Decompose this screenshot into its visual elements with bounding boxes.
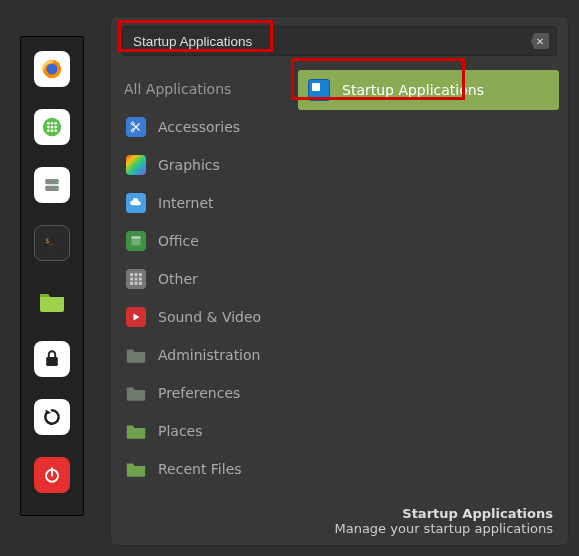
- svg-point-9: [47, 129, 50, 132]
- category-administration[interactable]: Administration: [120, 336, 280, 374]
- result-label: Startup Applications: [342, 82, 484, 98]
- category-all-applications[interactable]: All Applications: [120, 70, 280, 108]
- cloud-icon: [126, 193, 146, 213]
- category-label: Graphics: [158, 157, 220, 173]
- category-label: Internet: [158, 195, 214, 211]
- restart-icon[interactable]: [34, 399, 70, 435]
- grid-icon: [126, 269, 146, 289]
- search-input[interactable]: [122, 26, 557, 56]
- svg-rect-33: [139, 282, 142, 285]
- category-recent-files[interactable]: Recent Files: [120, 450, 280, 488]
- terminal-icon[interactable]: $_: [34, 225, 70, 261]
- result-description: Startup Applications Manage your startup…: [334, 506, 553, 536]
- svg-rect-27: [139, 273, 142, 276]
- category-preferences[interactable]: Preferences: [120, 374, 280, 412]
- category-places[interactable]: Places: [120, 412, 280, 450]
- result-startup-applications[interactable]: Startup Applications: [298, 70, 559, 110]
- category-label: Office: [158, 233, 199, 249]
- description-title: Startup Applications: [334, 506, 553, 521]
- svg-point-1: [47, 64, 58, 75]
- application-menu: ✕ All Applications Accessories Graphics: [110, 16, 569, 546]
- play-icon: [126, 307, 146, 327]
- disks-icon[interactable]: [34, 167, 70, 203]
- firefox-icon[interactable]: [34, 51, 70, 87]
- folder-places-icon: [126, 421, 146, 441]
- category-sound-video[interactable]: Sound & Video: [120, 298, 280, 336]
- description-subtitle: Manage your startup applications: [334, 521, 553, 536]
- category-label: All Applications: [124, 81, 231, 97]
- folder-recent-icon: [126, 459, 146, 479]
- category-label: Administration: [158, 347, 260, 363]
- files-icon[interactable]: [34, 283, 70, 319]
- svg-rect-29: [135, 278, 138, 281]
- startup-applications-icon: [308, 79, 330, 101]
- power-icon[interactable]: [34, 457, 70, 493]
- category-other[interactable]: Other: [120, 260, 280, 298]
- svg-rect-28: [130, 278, 133, 281]
- svg-rect-30: [139, 278, 142, 281]
- category-office[interactable]: Office: [120, 222, 280, 260]
- svg-rect-26: [135, 273, 138, 276]
- svg-text:$_: $_: [45, 237, 53, 245]
- svg-rect-25: [130, 273, 133, 276]
- svg-point-3: [47, 122, 50, 125]
- svg-point-6: [47, 126, 50, 129]
- graphics-icon: [126, 155, 146, 175]
- category-internet[interactable]: Internet: [120, 184, 280, 222]
- svg-rect-32: [135, 282, 138, 285]
- svg-rect-24: [132, 237, 141, 239]
- category-graphics[interactable]: Graphics: [120, 146, 280, 184]
- svg-point-7: [51, 126, 54, 129]
- clear-search-icon[interactable]: ✕: [531, 33, 549, 49]
- category-label: Other: [158, 271, 198, 287]
- category-accessories[interactable]: Accessories: [120, 108, 280, 146]
- apps-grid-icon[interactable]: [34, 109, 70, 145]
- folder-prefs-icon: [126, 383, 146, 403]
- category-label: Sound & Video: [158, 309, 261, 325]
- lock-icon[interactable]: [34, 341, 70, 377]
- results-list: Startup Applications: [280, 64, 559, 546]
- category-label: Places: [158, 423, 203, 439]
- svg-point-8: [54, 126, 57, 129]
- launcher-bar: $_: [20, 36, 84, 516]
- svg-point-15: [56, 187, 58, 189]
- svg-rect-18: [46, 357, 58, 366]
- svg-point-5: [54, 122, 57, 125]
- svg-rect-31: [130, 282, 133, 285]
- svg-point-11: [54, 129, 57, 132]
- category-label: Accessories: [158, 119, 240, 135]
- svg-point-14: [56, 181, 58, 183]
- svg-point-4: [51, 122, 54, 125]
- category-label: Preferences: [158, 385, 240, 401]
- folder-admin-icon: [126, 345, 146, 365]
- svg-point-10: [51, 129, 54, 132]
- office-icon: [126, 231, 146, 251]
- scissors-icon: [126, 117, 146, 137]
- category-list: All Applications Accessories Graphics In…: [120, 64, 280, 546]
- category-label: Recent Files: [158, 461, 242, 477]
